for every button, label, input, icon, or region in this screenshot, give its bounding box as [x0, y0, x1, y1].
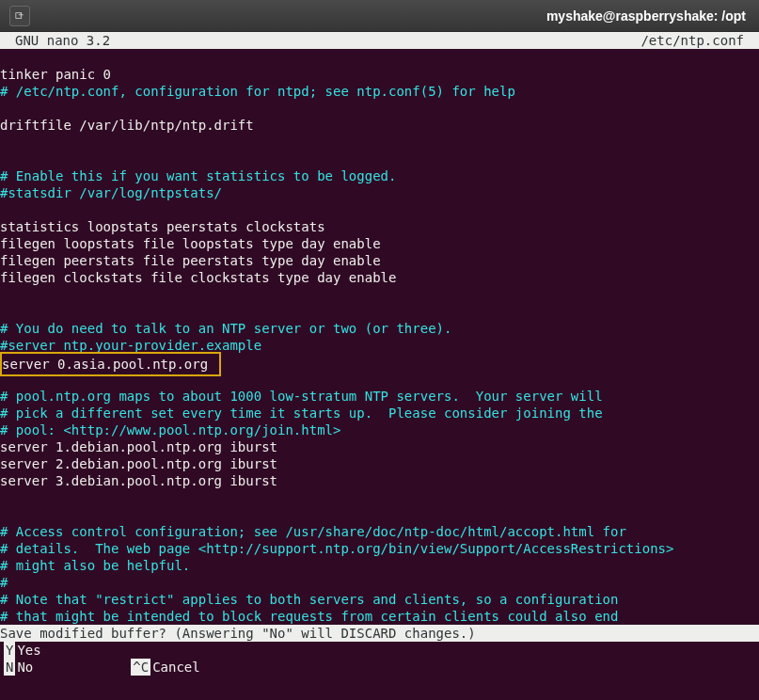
editor-line: tinker panic 0 — [0, 66, 759, 83]
editor-line: #statsdir /var/log/ntpstats/ — [0, 184, 759, 201]
svg-rect-0 — [16, 12, 22, 18]
editor-line — [0, 489, 759, 506]
editor-line — [0, 134, 759, 151]
editor-line: server 1.debian.pool.ntp.org iburst — [0, 438, 759, 455]
editor-line: filegen peerstats file peerstats type da… — [0, 252, 759, 269]
editor-line: # pick a different set every time it sta… — [0, 405, 759, 422]
editor-line: # might also be helpful. — [0, 557, 759, 574]
editor-app-name: GNU nano 3.2 — [15, 32, 110, 49]
editor-line: driftfile /var/lib/ntp/ntp.drift — [0, 117, 759, 134]
editor-line: # that might be intended to block reques… — [0, 608, 759, 625]
editor-header: GNU nano 3.2 /etc/ntp.conf — [0, 32, 759, 49]
shortcut-key-yes: Y — [4, 642, 15, 659]
editor-line: statistics loopstats peerstats clockstat… — [0, 218, 759, 235]
editor-line: server 3.debian.pool.ntp.org iburst — [0, 472, 759, 489]
prompt-text: Save modified buffer? (Answering "No" wi… — [0, 626, 483, 641]
editor-line — [0, 303, 759, 320]
editor-line — [0, 201, 759, 218]
new-tab-icon — [15, 11, 24, 21]
editor-line — [0, 506, 759, 523]
shortcut-label-cancel: Cancel — [152, 659, 200, 676]
shortcut-label-yes: Yes — [17, 642, 40, 659]
window-titlebar: myshake@raspberryshake: /opt — [0, 0, 759, 32]
editor-line: # pool: <http://www.pool.ntp.org/join.ht… — [0, 422, 759, 438]
save-prompt: Save modified buffer? (Answering "No" wi… — [0, 625, 759, 642]
shortcut-no[interactable]: N No — [0, 659, 33, 676]
cursor — [487, 627, 496, 642]
shortcut-cancel[interactable]: ^C Cancel — [127, 659, 199, 676]
editor-line — [0, 100, 759, 117]
editor-line: filegen clockstats file clockstats type … — [0, 269, 759, 286]
editor-line — [0, 49, 759, 66]
svg-rect-2 — [21, 12, 22, 17]
editor-line: # details. The web page <http://support.… — [0, 540, 759, 557]
editor-content[interactable]: tinker panic 0# /etc/ntp.conf, configura… — [0, 49, 759, 625]
new-tab-button[interactable] — [9, 6, 30, 26]
editor-line: # pool.ntp.org maps to about 1000 low-st… — [0, 388, 759, 405]
editor-filename: /etc/ntp.conf — [640, 32, 744, 49]
shortcuts-bar: Y Yes N No ^C Cancel — [0, 642, 759, 676]
editor-line — [0, 151, 759, 167]
titlebar-left — [9, 6, 30, 26]
editor-line: server 0.asia.pool.ntp.org — [0, 354, 759, 371]
editor-line: # Note that "restrict" applies to both s… — [0, 591, 759, 608]
shortcut-label-no: No — [17, 659, 33, 676]
shortcut-key-no: N — [4, 659, 15, 676]
editor-line: # — [0, 574, 759, 591]
editor-line: server 2.debian.pool.ntp.org iburst — [0, 455, 759, 472]
shortcut-yes[interactable]: Y Yes — [0, 642, 41, 659]
editor-line: filegen loopstats file loopstats type da… — [0, 235, 759, 252]
editor-line — [0, 286, 759, 303]
shortcut-key-cancel: ^C — [131, 659, 150, 676]
window-title: myshake@raspberryshake: /opt — [546, 8, 746, 24]
editor-line: # You do need to talk to an NTP server o… — [0, 320, 759, 337]
editor-line: # /etc/ntp.conf, configuration for ntpd;… — [0, 83, 759, 100]
highlighted-edit-line: server 0.asia.pool.ntp.org — [0, 352, 221, 376]
editor-line: # Access control configuration; see /usr… — [0, 523, 759, 540]
editor-line: # Enable this if you want statistics to … — [0, 167, 759, 184]
